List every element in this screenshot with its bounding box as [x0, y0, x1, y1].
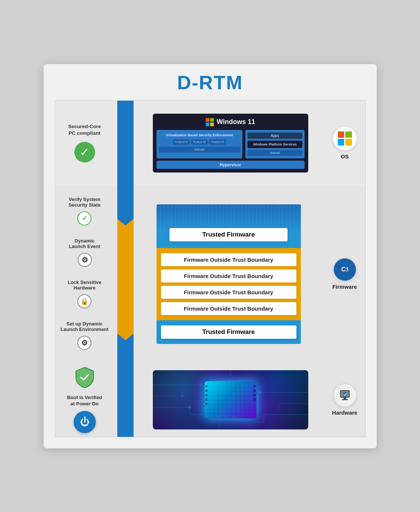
- hw-shield-svg: [339, 389, 351, 402]
- dynamic-label-row: Dynamic Launch Event ⚙: [69, 238, 100, 269]
- os-spine-bar: [117, 101, 134, 185]
- svg-rect-25: [205, 403, 208, 405]
- svg-rect-32: [343, 398, 346, 399]
- fw-labels-col: Verify System Security State ✓ Dynamic L…: [55, 185, 114, 363]
- os-right-label: OS: [341, 153, 349, 160]
- svg-rect-29: [253, 398, 256, 401]
- os-left-col: Secured-Core PC compliant ✓: [55, 101, 114, 185]
- apps-box: Apps Windows Platform Services Kernel: [245, 130, 304, 158]
- trusted-fw-top-wrapper: Trusted Firmware: [157, 234, 301, 248]
- win-sq-green: [210, 118, 214, 122]
- vbs-box: Virtualization Based Security Enforcemen…: [157, 130, 243, 158]
- os-far-right: OS: [325, 101, 365, 185]
- outside-band-3: Firmware Outside Trust Boundary: [161, 286, 296, 299]
- ms-sq-green: [345, 131, 352, 138]
- firmware-icon: C:\: [334, 258, 356, 281]
- kernel-right: Kernel: [248, 150, 302, 156]
- dynamic-icon: ⚙: [78, 253, 92, 267]
- trustlet-3: TrustLet #3: [209, 139, 226, 145]
- hw-far-right: Hardware: [325, 363, 365, 437]
- main-card: D-RTM Secured-Core PC compliant ✓: [44, 64, 377, 448]
- chevron-fw-top: [117, 219, 134, 225]
- svg-rect-21: [205, 385, 208, 387]
- shield-svg: [75, 367, 94, 388]
- chevron-fw-bot: [117, 363, 134, 370]
- trusted-fw-bottom-band: Trusted Firmware: [161, 325, 296, 339]
- kernel-vbs: Kernel: [159, 147, 241, 153]
- secured-core-check-icon: ✓: [74, 142, 95, 163]
- outside-band-1: Firmware Outside Trust Boundary: [161, 253, 296, 266]
- lock-label-row: Lock Sensitive Hardware 🔒: [68, 280, 101, 311]
- svg-point-20: [181, 395, 184, 397]
- ms-sq-blue: [338, 139, 345, 145]
- lock-icon: 🔒: [77, 294, 91, 308]
- win11-grid: Virtualization Based Security Enforcemen…: [157, 130, 305, 158]
- hw-section: Boot is Verified at Power On ⏻: [55, 363, 366, 437]
- os-right-icon: [333, 127, 357, 150]
- ms-logo: [338, 131, 352, 145]
- os-section: Secured-Core PC compliant ✓: [55, 100, 366, 185]
- svg-rect-28: [253, 394, 256, 396]
- secured-core-label: Secured-Core PC compliant: [68, 123, 101, 136]
- fw-right-col: Trusted Firmware Firmware Outside Trust …: [137, 185, 325, 363]
- boot-verified-label: Boot is Verified at Power On: [67, 395, 102, 407]
- hypervisor-bar: Hypervisor: [157, 161, 305, 169]
- trusted-fw-top-band: Trusted Firmware: [169, 228, 288, 241]
- ms-sq-red: [338, 131, 345, 138]
- hardware-icon: [334, 384, 356, 406]
- chevron-down-os: [117, 185, 134, 192]
- wps-box: Windows Platform Services: [248, 141, 302, 148]
- setup-label-row: Set up Dynamic Launch Environment ⚙: [61, 321, 108, 352]
- win-sq-blue: [206, 123, 209, 126]
- svg-point-13: [200, 384, 202, 386]
- os-right-content: Windows 11 Virtualization Based Security…: [137, 101, 325, 185]
- svg-point-14: [259, 391, 261, 394]
- chevron-fw-mid: [117, 334, 134, 340]
- chip-details: [205, 381, 256, 418]
- hw-left-col: Boot is Verified at Power On ⏻: [55, 363, 114, 437]
- svg-rect-33: [342, 399, 348, 400]
- trustlet-1: TrustLet #1: [173, 139, 189, 145]
- hw-right-label: Hardware: [332, 409, 357, 416]
- hw-right-content: [137, 363, 325, 437]
- hw-chip-inner: [205, 381, 256, 418]
- svg-rect-24: [205, 398, 208, 401]
- apps-label: Apps: [248, 133, 302, 139]
- yellow-zone: Firmware Outside Trust Boundary Firmware…: [157, 248, 301, 320]
- ms-sq-yellow: [345, 139, 352, 145]
- spine-fw-mid: [117, 219, 134, 334]
- fw-spine: [114, 185, 137, 363]
- hw-spine: [114, 363, 137, 437]
- trustlet-2: TrustLet #2: [191, 139, 208, 145]
- win11-title: Windows 11: [157, 118, 305, 126]
- fw-far-right: C:\ Firmware: [325, 185, 365, 363]
- svg-point-15: [189, 406, 191, 408]
- hw-spine-bar: [117, 363, 134, 437]
- outside-band-2: Firmware Outside Trust Boundary: [161, 270, 296, 282]
- svg-rect-23: [205, 394, 208, 396]
- fw-right-label: Firmware: [332, 284, 357, 290]
- svg-rect-27: [253, 389, 256, 392]
- windows-logo: [206, 118, 214, 126]
- firmware-section: Verify System Security State ✓ Dynamic L…: [55, 185, 366, 363]
- win11-box: Windows 11 Virtualization Based Security…: [153, 114, 308, 173]
- vbs-title: Virtualization Based Security Enforcemen…: [159, 133, 241, 137]
- verify-icon: ✓: [77, 211, 91, 225]
- page-title: D-RTM: [55, 71, 366, 94]
- trustlets-row: TrustLet #1 TrustLet #2 TrustLet #3: [159, 139, 241, 145]
- power-icon: ⏻: [74, 411, 96, 433]
- setup-icon: ⚙: [77, 336, 91, 350]
- shield-green-icon: [75, 367, 94, 391]
- win-sq-yellow: [210, 123, 214, 126]
- svg-rect-26: [253, 385, 256, 387]
- os-spine: [114, 101, 137, 185]
- outside-band-4: Firmware Outside Trust Boundary: [161, 302, 296, 315]
- hw-chip: [153, 370, 308, 429]
- blue-layer-bottom: Trusted Firmware: [157, 320, 301, 344]
- svg-rect-22: [205, 389, 208, 392]
- verify-label-row: Verify System Security State ✓: [68, 197, 101, 228]
- win-sq-red: [206, 118, 209, 122]
